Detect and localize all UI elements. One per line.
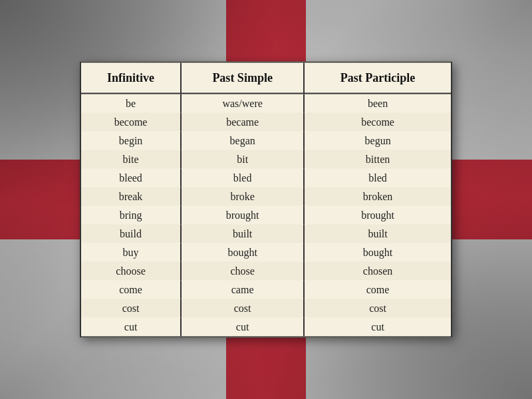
cell-past-participle: come bbox=[304, 281, 451, 299]
cell-infinitive: choose bbox=[81, 262, 181, 281]
table-row: buildbuiltbuilt bbox=[81, 225, 451, 243]
cell-infinitive: be bbox=[81, 94, 181, 113]
header-infinitive: Infinitive bbox=[81, 63, 181, 94]
table-body: bewas/werebeenbecomebecamebecomebeginbeg… bbox=[81, 94, 451, 336]
cell-past-simple: came bbox=[181, 281, 304, 299]
cell-past-simple: chose bbox=[181, 262, 304, 281]
cell-infinitive: buy bbox=[81, 243, 181, 262]
cell-past-simple: became bbox=[181, 113, 304, 132]
cell-past-simple: cost bbox=[181, 299, 304, 318]
cell-past-simple: built bbox=[181, 225, 304, 243]
cell-past-simple: bled bbox=[181, 169, 304, 188]
cell-infinitive: bring bbox=[81, 206, 181, 225]
table-row: bitebitbitten bbox=[81, 150, 451, 169]
table-row: comecamecome bbox=[81, 281, 451, 299]
cell-past-participle: broken bbox=[304, 188, 451, 206]
cell-past-participle: built bbox=[304, 225, 451, 243]
cell-past-participle: cost bbox=[304, 299, 451, 318]
cell-infinitive: cost bbox=[81, 299, 181, 318]
table-row: costcostcost bbox=[81, 299, 451, 318]
table-header-row: Infinitive Past Simple Past Participle bbox=[81, 63, 451, 94]
table-row: beginbeganbegun bbox=[81, 132, 451, 150]
cell-past-participle: bought bbox=[304, 243, 451, 262]
cell-past-participle: cut bbox=[304, 318, 451, 336]
cell-past-simple: brought bbox=[181, 206, 304, 225]
cell-past-participle: begun bbox=[304, 132, 451, 150]
cell-infinitive: come bbox=[81, 281, 181, 299]
cell-past-simple: broke bbox=[181, 188, 304, 206]
table-row: buyboughtbought bbox=[81, 243, 451, 262]
cell-past-participle: bled bbox=[304, 169, 451, 188]
table-row: breakbrokebroken bbox=[81, 188, 451, 206]
header-past-participle: Past Participle bbox=[304, 63, 451, 94]
cell-past-simple: began bbox=[181, 132, 304, 150]
cell-past-simple: cut bbox=[181, 318, 304, 336]
verb-table-container: Infinitive Past Simple Past Participle b… bbox=[80, 62, 452, 338]
cell-past-participle: chosen bbox=[304, 262, 451, 281]
cell-infinitive: break bbox=[81, 188, 181, 206]
table-row: bringbroughtbrought bbox=[81, 206, 451, 225]
header-past-simple: Past Simple bbox=[181, 63, 304, 94]
table-row: cutcutcut bbox=[81, 318, 451, 336]
table-row: becomebecamebecome bbox=[81, 113, 451, 132]
cell-infinitive: build bbox=[81, 225, 181, 243]
table-row: choosechosechosen bbox=[81, 262, 451, 281]
cell-infinitive: begin bbox=[81, 132, 181, 150]
cell-past-simple: bought bbox=[181, 243, 304, 262]
cell-past-participle: bitten bbox=[304, 150, 451, 169]
cell-past-simple: was/were bbox=[181, 94, 304, 113]
cell-past-participle: become bbox=[304, 113, 451, 132]
cell-infinitive: become bbox=[81, 113, 181, 132]
cell-infinitive: bleed bbox=[81, 169, 181, 188]
irregular-verbs-table: Infinitive Past Simple Past Participle b… bbox=[81, 63, 451, 336]
cell-infinitive: cut bbox=[81, 318, 181, 336]
table-row: bewas/werebeen bbox=[81, 94, 451, 113]
cell-infinitive: bite bbox=[81, 150, 181, 169]
cell-past-participle: been bbox=[304, 94, 451, 113]
table-row: bleedbledbled bbox=[81, 169, 451, 188]
cell-past-participle: brought bbox=[304, 206, 451, 225]
cell-past-simple: bit bbox=[181, 150, 304, 169]
